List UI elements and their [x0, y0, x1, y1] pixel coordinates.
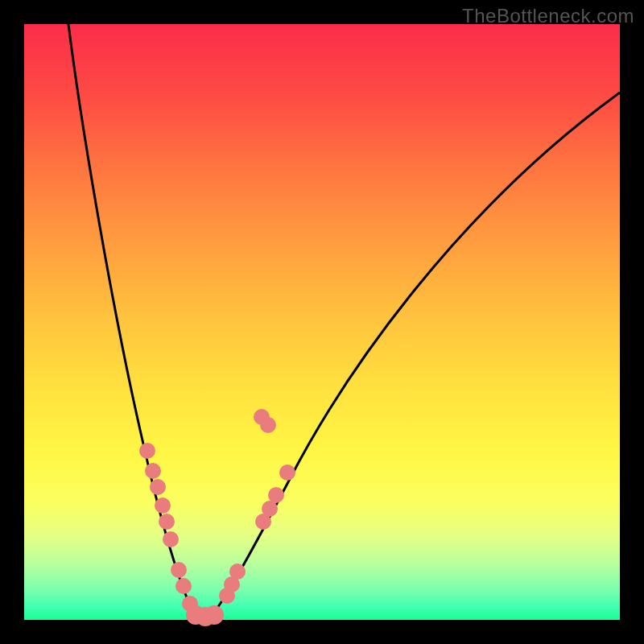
- curve-dot: [279, 464, 295, 481]
- curve-dot: [155, 497, 171, 514]
- curve-dot: [204, 605, 224, 625]
- curve-dot: [145, 463, 161, 479]
- right-curve: [209, 93, 620, 618]
- curve-dot: [268, 487, 284, 503]
- curve-dot: [139, 443, 155, 459]
- curve-dot: [262, 501, 278, 517]
- curve-svg: [24, 24, 620, 620]
- curve-dot: [159, 514, 175, 530]
- left-curve: [68, 24, 196, 618]
- curve-dot: [150, 479, 166, 495]
- curve-dot: [163, 531, 179, 547]
- curve-dot: [229, 564, 246, 580]
- curve-dot: [260, 417, 276, 433]
- curve-dot: [175, 578, 192, 594]
- plot-area: [24, 24, 620, 620]
- curve-dot: [171, 562, 187, 578]
- watermark-text: TheBottleneck.com: [462, 5, 634, 27]
